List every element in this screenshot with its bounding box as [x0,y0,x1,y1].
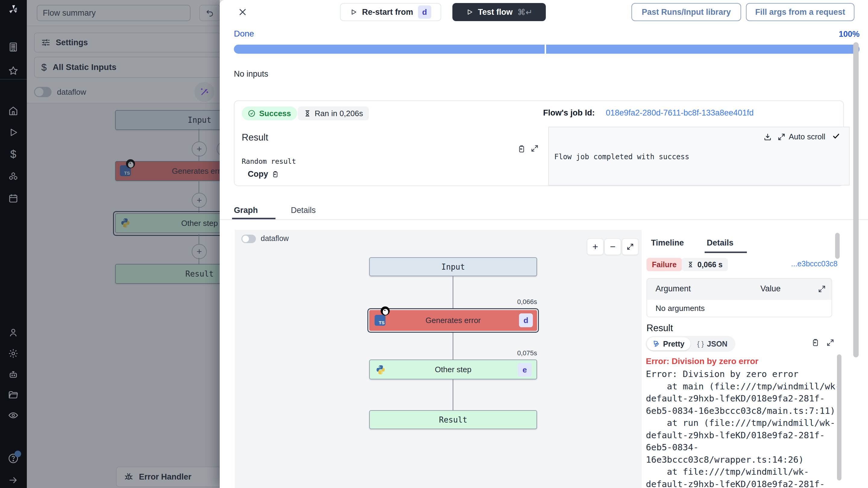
result-value: Random result [242,157,296,165]
expand-step-result-icon[interactable] [826,338,835,347]
copy-button[interactable]: Copy [248,170,279,179]
play-icon [350,8,357,16]
graph-node-duration: 0,066s [369,298,537,306]
tab-timeline[interactable]: Timeline [651,238,684,248]
schedules-calendar-icon[interactable] [7,193,19,204]
stack-line: 16e3bccc03c8/wrapper.ts:14:26) [646,454,839,466]
test-flow-label: Test flow [478,7,513,17]
error-title: Error: Division by zero error [646,356,758,366]
job-id-label: Flow's job Id: [543,108,595,118]
test-flow-button[interactable]: Test flow ⌘↵ [453,3,546,21]
step-result-title: Result [647,323,673,334]
graph-node-input[interactable]: Input [369,257,537,276]
autoscroll-check-icon[interactable] [832,132,840,140]
variables-dollar-icon[interactable]: $ [7,148,19,161]
stack-line: at main (file:///tmp/windmill/wk- [646,380,839,393]
graph-node-other-step[interactable]: Other step e [369,360,537,379]
step-job-link[interactable]: ...e3bccc03c8 [791,259,838,268]
result-pane: Result Random result Copy [239,127,540,182]
gear-icon[interactable] [7,347,19,360]
col-value: Value [761,284,781,293]
log-text: Flow job completed with success [554,153,689,161]
help-icon[interactable] [7,452,19,464]
expand-logs-icon[interactable] [777,133,786,141]
play-icon [466,8,473,16]
step-status-badge: Failure [647,258,682,271]
collapse-arrow-icon[interactable] [7,474,19,486]
step-duration-badge: 0,066 s [682,258,728,271]
job-id-link[interactable]: 018e9fa2-280d-7611-bc8f-133a8ee401fd [606,108,753,118]
runs-play-icon[interactable] [7,126,19,138]
help-notification-dot [14,451,21,457]
status-badge-label: Success [259,109,291,118]
sidebar-divider [0,79,27,80]
progress-step-divider [545,45,546,54]
stack-line: default-z9hxb-lfeKD/018e9fa2-281f- [646,429,839,441]
windmill-logo-icon[interactable] [7,4,19,16]
pretty-option[interactable]: Pretty [647,337,690,350]
json-option[interactable]: { } JSON [692,340,733,348]
json-label: JSON [707,340,727,348]
fill-args-button[interactable]: Fill args from a request [746,3,855,21]
stack-line: 6eb5-0834- [646,441,839,454]
restart-from-button[interactable]: Re-start from d [340,3,441,21]
download-logs-icon[interactable] [764,133,772,141]
tab-step-details[interactable]: Details [707,238,734,248]
copy-result-icon[interactable] [517,144,526,154]
duration-badge: Ran in 0,206s [298,107,369,120]
tabs-divider [220,219,868,220]
test-flow-shortcut: ⌘↵ [518,7,532,17]
duration-badge-label: Ran in 0,206s [315,109,363,118]
zoom-in-button[interactable]: + [587,238,604,255]
expand-result-icon[interactable] [530,144,539,153]
windmill-flow-app: $ [0,0,868,488]
graph-dataflow-toggle[interactable] [241,235,256,243]
graph-node-generates-error-selected[interactable]: TS Generates error d [367,308,539,333]
step-status-label: Failure [652,260,677,269]
copy-step-result-icon[interactable] [811,338,820,347]
pen-icon [653,340,660,347]
run-progress-bar [234,45,860,54]
details-panel-scrollbar[interactable] [835,233,840,259]
result-scrollbar[interactable] [837,354,841,481]
stack-line: 6eb5-0834-16e3bccc03c8/main.ts:7:11) [646,405,839,417]
fit-view-button[interactable] [622,238,639,255]
stack-line: at run (file:///tmp/windmill/wk- [646,417,839,429]
pretty-label: Pretty [663,340,684,348]
test-flow-modal: Re-start from d Test flow ⌘↵ Past Runs/I… [220,0,868,488]
graph-dataflow-label: dataflow [261,234,289,243]
workers-robot-icon[interactable] [7,369,19,381]
step-id-badge: e [518,363,532,377]
hourglass-icon [687,261,694,268]
graph-node-duration: 0,075s [369,349,537,357]
typescript-icon: TS [375,315,385,326]
stack-line: default-z9hxb-lfeKD/018e9fa2-281f- [646,393,839,405]
col-argument: Argument [655,284,691,293]
result-pane-title: Result [242,132,268,143]
favorites-star-icon[interactable] [7,65,19,77]
autoscroll-label[interactable]: Auto scroll [789,132,825,141]
workspace-building-icon[interactable] [7,41,19,53]
graph-node-result[interactable]: Result [369,410,537,429]
audit-eye-icon[interactable] [7,409,19,421]
past-runs-label: Past Runs/Input library [642,7,731,17]
modal-backdrop[interactable] [27,0,220,488]
tab-graph[interactable]: Graph [234,206,258,215]
expand-arguments-icon[interactable] [818,285,826,293]
check-circle-icon [248,110,255,117]
step-duration-label: 0,066 s [698,260,722,269]
resources-cubes-icon[interactable] [7,171,19,183]
fill-args-label: Fill args from a request [755,7,845,17]
past-runs-button[interactable]: Past Runs/Input library [631,3,741,21]
expand-icon [626,243,634,251]
modal-scrollbar[interactable] [853,42,859,357]
stack-line: Error: Division by zero error [646,368,839,380]
node-label: Input [441,262,465,271]
close-button[interactable] [236,5,250,19]
tab-details[interactable]: Details [291,206,316,215]
folder-icon[interactable] [7,389,19,401]
user-icon[interactable] [7,327,19,339]
home-icon[interactable] [7,105,19,117]
zoom-out-button[interactable]: − [604,238,621,255]
log-pane: Auto scroll Flow job completed with succ… [548,127,849,185]
